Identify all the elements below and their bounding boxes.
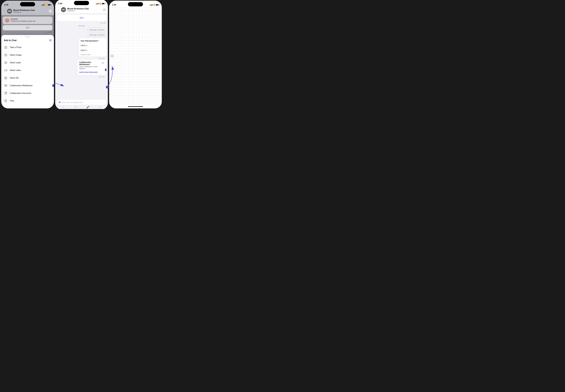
chat-messages: Join 12:51 PM Yesterday Message is delet… — [55, 13, 108, 98]
svg-rect-4 — [5, 62, 7, 64]
join-btn-dim[interactable]: Join — [3, 25, 52, 30]
wifi-icon-right: 📶 — [153, 4, 155, 6]
wifi-icon-center: 📶 — [99, 3, 101, 5]
grid-icon[interactable]: ⊞ — [49, 39, 51, 42]
svg-rect-7 — [5, 77, 7, 79]
sheet-item-attach-file[interactable]: Attach file — [1, 74, 54, 82]
attach-image-label: Attach image — [10, 54, 21, 56]
sheet-item-attach-video[interactable]: Attach video — [1, 67, 54, 74]
time-right: 2:40 — [112, 4, 116, 6]
video-icon-left[interactable]: ⬜ — [49, 10, 52, 13]
deleted-msg-2: Message is deleted — [57, 33, 106, 37]
join-timestamp: 12:51 PM — [3, 31, 52, 33]
battery-icon-right — [156, 4, 159, 6]
plus-icon[interactable]: ⊕ — [58, 101, 61, 104]
whiteboard-page[interactable]: › — [109, 7, 162, 105]
back-button-left[interactable]: ← — [3, 10, 6, 13]
document-label: Collaborative Document — [10, 92, 31, 94]
time-left: 2:39 — [4, 4, 8, 6]
whiteboard-grid — [109, 7, 162, 105]
attach-file-label: Attach file — [10, 77, 19, 79]
sidebar-chevron[interactable]: › — [110, 54, 114, 58]
chat-body-dim: Charlotte Charlotte has initiated a grou… — [1, 15, 54, 38]
emoji-icon[interactable]: ☺ — [62, 106, 64, 109]
time-center: 2:40 — [58, 2, 62, 5]
avatar-left: MO — [7, 9, 12, 14]
back-button-center[interactable]: ← — [57, 8, 60, 11]
wb-title: Collaborative Whiteboard — [79, 61, 101, 65]
svg-rect-13 — [5, 100, 7, 102]
sheet-title: Add to Chat — [4, 39, 16, 42]
join-btn[interactable]: Join — [79, 16, 84, 19]
video-icon-center[interactable]: ⬜ — [103, 8, 106, 11]
join-timestamp-center: 12:51 PM — [57, 22, 106, 24]
phone-center: 2:40 📶 ← MO Mount Rushmore Club 4 — [55, 0, 108, 109]
header-info-center: Mount Rushmore Club 4 Members — [67, 8, 101, 12]
polls-label: Polls — [10, 100, 14, 102]
whiteboard-label: Collaborative Whiteboard — [10, 84, 32, 87]
header-info-left: Mount Rushmore Club 4 Members — [13, 9, 47, 13]
chat-header-center: ← MO Mount Rushmore Club 4 Members ⬜ — [55, 6, 108, 13]
svg-point-14 — [102, 62, 103, 63]
signal-icon-left — [42, 4, 44, 5]
document-icon — [4, 91, 8, 95]
wb-subtitle: Open whiteboard to draw together — [79, 66, 101, 70]
whiteboard-card[interactable]: Collaborative Whiteboard Open whiteboard… — [77, 60, 106, 75]
poll-votes: 0 people voted — [79, 53, 106, 56]
wb-text: Collaborative Whiteboard Open whiteboard… — [79, 61, 101, 70]
poll-timestamp: 12:47 PM ✓ — [57, 57, 106, 60]
deleted-bubble-2: Message is deleted — [87, 33, 106, 37]
sheet-item-attach-image[interactable]: Attach image — [1, 51, 54, 59]
battery-icon-center — [102, 3, 105, 4]
sheet-item-take-photo[interactable]: Take a Photo — [1, 44, 54, 51]
dynamic-island-center — [74, 1, 89, 5]
whiteboard-icon — [4, 84, 8, 88]
file-icon — [4, 76, 8, 80]
phone-left-screen: 2:39 📶 ← MO Mount Rushmore Club 4 — [1, 1, 54, 108]
svg-rect-6 — [4, 70, 6, 71]
camera-icon — [4, 45, 8, 49]
svg-point-11 — [6, 85, 7, 85]
sheet-item-document[interactable]: Collaborative Document — [1, 89, 54, 97]
wb-timestamp: 12:57 PM ✓ — [57, 76, 106, 78]
avatar-center: MO — [61, 7, 66, 12]
msg-content: Charlotte Charlotte has initiated a grou… — [11, 18, 35, 22]
phone-center-screen: 2:40 📶 ← MO Mount Rushmore Club 4 — [55, 0, 108, 109]
mic-icon[interactable]: 🎤 — [86, 106, 89, 109]
charlotte-avatar — [5, 18, 9, 23]
chat-header-left: ← MO Mount Rushmore Club 4 Members ⬜ — [1, 7, 54, 15]
poll-option-1[interactable]: Option 1 — [79, 43, 106, 48]
phone-left: 2:39 📶 ← MO Mount Rushmore Club 4 — [1, 1, 54, 108]
status-icons-center: 📶 — [96, 3, 105, 5]
wb-icon — [101, 61, 105, 65]
sheet-handle — [25, 37, 30, 37]
sheet-header: Add to Chat ⊞ — [1, 39, 54, 44]
dynamic-island-left — [20, 2, 35, 6]
sheet-item-polls[interactable]: Polls — [1, 97, 54, 105]
sheet-item-attach-audio[interactable]: Attach audio — [1, 59, 54, 67]
polls-icon — [4, 99, 8, 103]
poll-card[interactable]: Your Poll Question? Option 1 Option 2 0 … — [79, 38, 106, 56]
members-center: 4 Members — [67, 10, 101, 12]
message-input[interactable]: Enter your message here — [62, 101, 105, 103]
charlotte-name: Charlotte — [11, 18, 35, 20]
sheet-item-whiteboard[interactable]: Collaborative Whiteboard — [1, 82, 54, 89]
wifi-icon-left: 📶 — [45, 4, 47, 6]
status-icons-left: 📶 — [42, 4, 51, 6]
system-msg: Charlotte Charlotte has initiated a grou… — [3, 16, 52, 24]
wb-action[interactable]: OPEN WHITEBOARD — [77, 70, 106, 75]
svg-point-5 — [5, 62, 6, 63]
poll-option-2[interactable]: Option 2 — [79, 48, 106, 53]
open-whiteboard-btn[interactable]: OPEN WHITEBOARD — [79, 71, 98, 73]
svg-rect-9 — [4, 84, 7, 86]
phone-right-screen: 2:40 📶 › — [109, 1, 162, 108]
svg-point-10 — [5, 85, 5, 85]
send-icon[interactable]: ▷ — [99, 106, 101, 109]
video-icon-sheet — [4, 68, 8, 72]
deleted-bubble-1: Message is deleted — [87, 28, 106, 32]
join-card[interactable]: Join — [57, 14, 106, 21]
attach-video-label: Attach video — [10, 69, 21, 71]
poll-question: Your Poll Question? — [79, 38, 106, 43]
svg-rect-0 — [4, 47, 7, 48]
sparkle-icon[interactable]: ✦ — [74, 106, 76, 109]
